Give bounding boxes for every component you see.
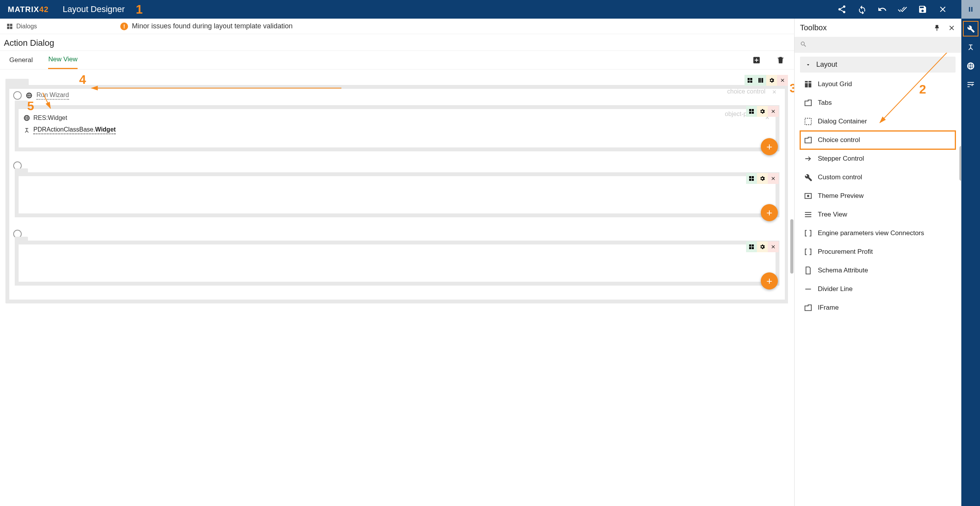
toolbox-item-choice-control[interactable]: Choice control	[800, 131, 956, 149]
design-canvas[interactable]: choice control × Run Wizard	[0, 69, 794, 506]
line-icon	[804, 285, 812, 293]
close-icon[interactable]	[938, 5, 947, 14]
annotation-1: 1	[136, 2, 143, 17]
choice-control-container[interactable]: choice control × Run Wizard	[5, 85, 789, 303]
tune-icon[interactable]	[965, 79, 976, 90]
grid-view-icon[interactable]	[745, 75, 755, 86]
merge-icon	[23, 127, 30, 134]
toolbox-item-iframe[interactable]: IFrame	[800, 298, 956, 317]
app-header: MATRIX42 Layout Designer 1	[0, 0, 980, 19]
title-row: Action Dialog	[0, 34, 794, 51]
scrollbar[interactable]	[959, 146, 961, 181]
section-block[interactable]: +	[15, 241, 779, 286]
toolbox-group-layout[interactable]: Layout	[800, 57, 956, 73]
radio-icon[interactable]	[13, 91, 22, 100]
section-block[interactable]: +	[15, 172, 779, 217]
delete-block-icon[interactable]	[768, 241, 779, 252]
settings-icon[interactable]	[757, 173, 768, 184]
tool-label: Divider Line	[818, 285, 853, 293]
block-drag-handle[interactable]	[15, 168, 28, 174]
block-drag-handle[interactable]	[15, 237, 28, 242]
validation-text: Minor issues found during layout templat…	[132, 22, 293, 30]
grid-view-icon[interactable]	[746, 241, 757, 252]
delete-tab-icon[interactable]	[776, 56, 785, 64]
wrench-icon[interactable]	[965, 23, 976, 34]
tab-new-view[interactable]: New View	[48, 51, 77, 69]
tool-label: Choice control	[818, 136, 860, 144]
pause-button[interactable]	[961, 0, 980, 19]
delete-block-icon[interactable]	[777, 75, 788, 86]
toolbox-header: Toolbox	[795, 19, 961, 37]
column-view-icon[interactable]	[755, 75, 766, 86]
add-button[interactable]: +	[761, 204, 778, 221]
ghost-close-icon: ×	[772, 88, 776, 96]
choice-option-empty-1[interactable]	[9, 159, 785, 172]
search-icon	[800, 41, 807, 48]
toolbox-item-schema-attribute[interactable]: Schema Attribute	[800, 261, 956, 280]
merge-icon[interactable]	[965, 42, 976, 53]
grid-icon	[804, 80, 812, 88]
delete-block-icon[interactable]	[768, 173, 779, 184]
tool-label: Tabs	[818, 99, 832, 107]
grid-view-icon[interactable]	[746, 173, 757, 184]
choice-option-run-wizard[interactable]: Run Wizard	[9, 89, 785, 102]
toolbox-item-engine-parameters-view-connectors[interactable]: Engine parameters view Connectors	[800, 224, 956, 243]
breadcrumb-row: Dialogs ! Minor issues found during layo…	[0, 19, 794, 34]
group-label: Layout	[816, 61, 837, 69]
tool-label: Stepper Control	[818, 155, 864, 163]
toolbox-item-stepper-control[interactable]: Stepper Control	[800, 149, 956, 168]
validation-message[interactable]: ! Minor issues found during layout templ…	[120, 22, 293, 30]
logo: MATRIX42	[8, 5, 48, 14]
toolbox-item-dialog-container[interactable]: Dialog Container	[800, 112, 956, 131]
add-button[interactable]: +	[761, 138, 778, 155]
settings-icon[interactable]	[757, 106, 768, 117]
toolbox-panel: Toolbox Layout Layout GridTabsDialog Con…	[795, 19, 961, 506]
undo-icon[interactable]	[878, 5, 887, 14]
tool-label: Custom control	[818, 173, 862, 181]
save-icon[interactable]	[918, 5, 927, 14]
close-panel-icon[interactable]	[948, 24, 956, 32]
brackets-icon	[804, 248, 812, 256]
delete-block-icon[interactable]	[768, 106, 779, 117]
scrollbar[interactable]	[788, 73, 793, 502]
app-title: Layout Designer	[62, 4, 125, 14]
add-tab-icon[interactable]	[752, 56, 761, 64]
toolbox-item-procurement-profit[interactable]: Procurement Profit	[800, 243, 956, 261]
tool-label: Layout Grid	[818, 80, 852, 88]
toolbox-item-tabs[interactable]: Tabs	[800, 94, 956, 112]
svg-point-4	[807, 195, 809, 197]
run-wizard-label[interactable]: Run Wizard	[36, 92, 69, 100]
tab-icon	[804, 99, 812, 107]
widget-res-label[interactable]: RES:Widget	[33, 114, 67, 121]
chevron-down-icon	[805, 62, 811, 68]
settings-icon[interactable]	[766, 75, 777, 86]
block-drag-handle[interactable]	[15, 101, 28, 106]
widget-binding-label[interactable]: PDRActionClassBase.Widget	[33, 126, 116, 134]
toolbox-item-layout-grid[interactable]: Layout Grid	[800, 75, 956, 94]
toolbox-item-custom-control[interactable]: Custom control	[800, 168, 956, 187]
breadcrumb-label[interactable]: Dialogs	[16, 23, 37, 30]
toolbox-item-theme-preview[interactable]: Theme Preview	[800, 187, 956, 205]
globe-icon[interactable]	[965, 61, 976, 71]
settings-icon[interactable]	[757, 241, 768, 252]
widget-block[interactable]: object-picker × RES:Widget	[15, 105, 779, 151]
done-all-icon[interactable]	[898, 5, 907, 14]
share-icon[interactable]	[837, 5, 847, 14]
grid-view-icon[interactable]	[746, 106, 757, 117]
tab-icon	[804, 303, 812, 312]
add-button[interactable]: +	[761, 272, 778, 289]
logo-accent: 42	[39, 5, 48, 14]
block-drag-handle[interactable]	[5, 79, 29, 86]
choice-option-empty-2[interactable]	[9, 227, 785, 241]
brackets-icon	[804, 229, 812, 237]
globe-icon	[23, 114, 30, 121]
arrow-icon	[804, 154, 812, 163]
pin-icon[interactable]	[933, 24, 941, 32]
toolbox-item-divider-line[interactable]: Divider Line	[800, 280, 956, 298]
globe-icon	[26, 92, 33, 99]
refresh-icon[interactable]	[857, 5, 867, 14]
tab-general[interactable]: General	[9, 51, 33, 69]
toolbox-search[interactable]	[795, 37, 961, 53]
right-rail	[961, 19, 980, 506]
toolbox-item-tree-view[interactable]: Tree View	[800, 205, 956, 224]
